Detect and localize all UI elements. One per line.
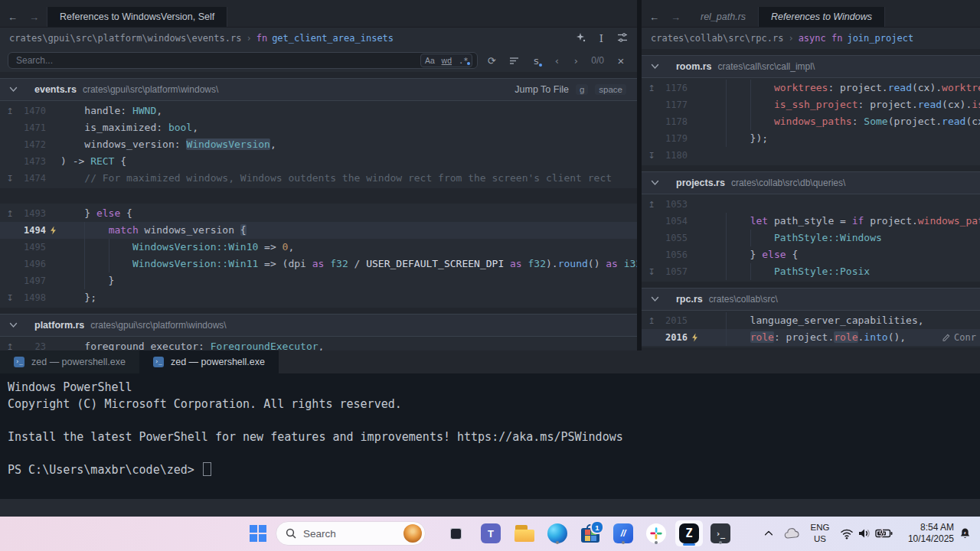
terminal-output[interactable]: Windows PowerShellCopyright (C) Microsof… xyxy=(0,373,980,478)
code-line[interactable]: 1055 PathStyle::Windows xyxy=(642,230,980,246)
code-line[interactable]: ↧1474 // For maximized windows, Windows … xyxy=(0,170,637,187)
expand-excerpt-down-icon[interactable]: ↧ xyxy=(642,267,662,277)
expand-excerpt-up-icon[interactable]: ↥ xyxy=(642,83,662,93)
search-highlight-image[interactable] xyxy=(403,524,422,543)
code-line[interactable]: ↧1057 PathStyle::Posix xyxy=(642,263,980,280)
expand-excerpt-up-icon[interactable]: ↥ xyxy=(642,200,662,210)
next-match-icon[interactable]: › xyxy=(569,55,583,67)
selection-search-icon[interactable]: s xyxy=(528,52,544,69)
store-button[interactable]: 1 xyxy=(578,521,603,546)
breadcrumb-right[interactable]: crates\collab\src\rpc.rs › async fn join… xyxy=(642,28,980,49)
code-line[interactable]: ↧1180 xyxy=(642,147,980,164)
teams-button[interactable]: T xyxy=(479,521,503,546)
case-sensitive-toggle[interactable]: Aa xyxy=(421,54,438,67)
chevron-down-icon[interactable] xyxy=(9,322,18,328)
terminal-prompt[interactable]: PS C:\Users\maxbr\code\zed> xyxy=(8,462,980,479)
code-line[interactable]: 1179 }); xyxy=(642,130,980,147)
code-line[interactable]: ↥1053 xyxy=(642,196,980,213)
zed-button[interactable]: Z xyxy=(675,520,703,546)
excerpt-header[interactable]: room.rscrates\call\src\call_impl\ xyxy=(642,55,980,78)
tray-expand-button[interactable] xyxy=(760,521,777,546)
code-line[interactable]: 1178 windows_paths: Some(project.read(cx… xyxy=(642,113,980,130)
code-line[interactable]: ↧1498 }; xyxy=(0,289,637,306)
code-line[interactable]: 1495 WindowsVersion::Win10 => 0, xyxy=(0,239,637,256)
excerpt-header[interactable]: events.rscrates\gpui\src\platform\window… xyxy=(0,78,637,101)
excerpt-header[interactable]: platform.rscrates\gpui\src\platform\wind… xyxy=(0,314,637,337)
expand-excerpt-up-icon[interactable]: ↥ xyxy=(0,342,20,351)
prev-match-icon[interactable]: ‹ xyxy=(550,55,564,67)
slack-button[interactable] xyxy=(644,521,668,546)
editor-controls-icon[interactable] xyxy=(617,33,628,44)
code-action-icon[interactable] xyxy=(46,226,60,235)
code-line[interactable]: ↥1493 } else { xyxy=(0,205,637,222)
tab-references-windowsversion[interactable]: References to WindowsVersion, Self xyxy=(47,7,227,27)
app-slashes-button[interactable]: // xyxy=(611,521,635,546)
nav-forward-icon[interactable]: → xyxy=(671,11,681,23)
task-view-button[interactable] xyxy=(444,521,469,546)
nav-back-icon[interactable]: ← xyxy=(8,11,18,23)
code-line[interactable]: ↥23 foreground_executor: ForegroundExecu… xyxy=(0,338,637,350)
terminal-icon: ›_ xyxy=(14,357,24,367)
chevron-down-icon[interactable] xyxy=(651,64,659,70)
notification-bell-button[interactable]: z xyxy=(956,521,974,546)
code-line[interactable]: 1494 match windows_version { xyxy=(0,222,637,239)
excerpt-header[interactable]: projects.rscrates\collab\src\db\queries\ xyxy=(642,171,980,194)
code-line[interactable]: 2016 role: project.role.into(),Conr xyxy=(642,329,980,346)
filter-lines-icon[interactable] xyxy=(505,52,522,69)
file-explorer-button[interactable] xyxy=(512,521,537,546)
onedrive-button[interactable] xyxy=(781,521,802,546)
expand-excerpt-down-icon[interactable]: ↧ xyxy=(642,151,662,161)
expand-excerpt-down-icon[interactable]: ↧ xyxy=(0,174,20,184)
replace-icon[interactable]: ⟳ xyxy=(483,52,500,69)
tab-rel-path[interactable]: rel_path.rs xyxy=(688,7,758,27)
search-input[interactable]: Search... Aa wd .* xyxy=(8,52,478,69)
nav-back-icon[interactable]: ← xyxy=(649,11,659,23)
nav-forward-icon[interactable]: → xyxy=(29,11,39,23)
chevron-down-icon[interactable] xyxy=(651,296,659,302)
breadcrumb-left[interactable]: crates\gpui\src\platform\windows\events.… xyxy=(0,28,637,49)
code-line[interactable]: 1496 WindowsVersion::Win11 => (dpi as f3… xyxy=(0,256,637,272)
code-text: WindowsVersion::Win10 => 0, xyxy=(60,239,637,256)
line-number: 1498 xyxy=(20,292,46,303)
whole-word-toggle[interactable]: wd xyxy=(438,54,455,67)
code-line[interactable]: 1056 } else { xyxy=(642,246,980,263)
expand-excerpt-up-icon[interactable]: ↥ xyxy=(0,106,20,116)
tab-references-windows[interactable]: References to Windows xyxy=(758,7,885,27)
text-cursor-icon[interactable]: I xyxy=(599,33,603,44)
terminal-tab-2[interactable]: ›_ zed — powershell.exe xyxy=(139,350,279,373)
expand-excerpt-up-icon[interactable]: ↥ xyxy=(0,209,20,219)
status-bar xyxy=(0,499,980,517)
chevron-down-icon[interactable] xyxy=(651,180,659,186)
taskbar-clock[interactable]: 8:54 AM 10/14/2025 xyxy=(893,522,954,545)
taskbar-search-box[interactable]: Search xyxy=(276,521,426,546)
code-action-icon[interactable] xyxy=(688,333,702,342)
chevron-down-icon[interactable] xyxy=(9,86,18,93)
code-line[interactable]: 1472 windows_version: WindowsVersion, xyxy=(0,136,637,153)
battery-button[interactable] xyxy=(874,521,895,546)
language-indicator[interactable]: ENG US xyxy=(806,522,834,545)
code-line[interactable]: ↥1470 handle: HWND, xyxy=(0,103,637,119)
code-line[interactable]: 1473) -> RECT { xyxy=(0,153,637,170)
terminal-tab-1[interactable]: ›_ zed — powershell.exe xyxy=(0,350,139,373)
close-search-icon[interactable]: × xyxy=(612,54,629,67)
jump-to-file-label[interactable]: Jump To File xyxy=(514,84,569,95)
breadcrumb-path: crates\collab\src\rpc.rs xyxy=(651,33,783,44)
code-line[interactable]: 1471 is_maximized: bool, xyxy=(0,119,637,136)
excerpt-header[interactable]: rpc.rscrates\collab\src\ xyxy=(642,288,980,311)
code-line[interactable]: 1177 is_ssh_project: project.read(cx).is… xyxy=(642,96,980,113)
expand-excerpt-down-icon[interactable]: ↧ xyxy=(0,293,20,303)
expand-excerpt-up-icon[interactable]: ↥ xyxy=(642,316,662,326)
volume-button[interactable] xyxy=(855,521,874,546)
inline-assist-icon[interactable] xyxy=(576,32,586,44)
indent-guide xyxy=(750,263,751,280)
regex-toggle[interactable]: .* xyxy=(455,54,472,67)
code-line[interactable]: ↥1176 worktrees: project.read(cx).worktr… xyxy=(642,80,980,96)
wifi-button[interactable] xyxy=(838,521,856,546)
edge-button[interactable] xyxy=(545,521,570,546)
code-line[interactable]: ↥2015 language_server_capabilities, xyxy=(642,312,980,329)
code-line[interactable]: 1497 } xyxy=(0,272,637,289)
code-line[interactable]: 1054 let path_style = if project.windows… xyxy=(642,213,980,230)
start-button[interactable] xyxy=(246,521,270,546)
powershell-button[interactable]: ›_ xyxy=(708,521,733,546)
keybinding: space xyxy=(595,84,626,95)
